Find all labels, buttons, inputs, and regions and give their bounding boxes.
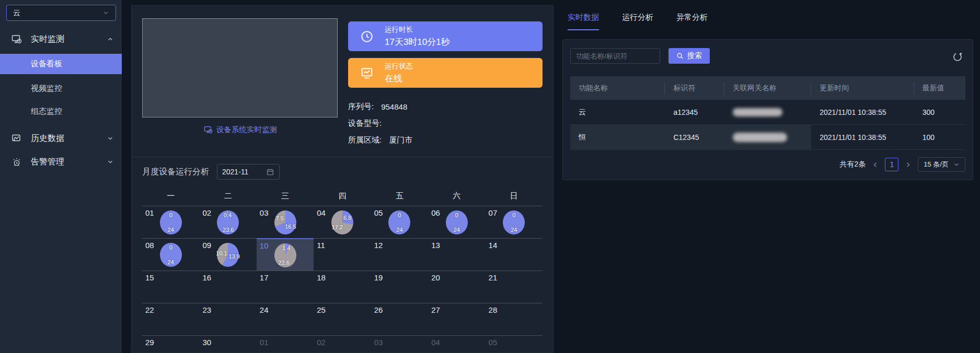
calendar-day-05[interactable]: 05240 — [371, 206, 428, 238]
calendar-day-22[interactable]: 22 — [142, 303, 199, 335]
calendar-day-07[interactable]: 07240 — [486, 206, 543, 238]
device-info: 序列号: 954848 设备型号: 所属区域: 厦门市 — [348, 98, 543, 148]
calendar-day-06[interactable]: 06240 — [428, 206, 485, 238]
day-runtime-pie: 240 — [388, 210, 410, 234]
day-number: 02 — [317, 338, 326, 347]
month-picker[interactable]: 2021-11 — [217, 164, 280, 180]
device-select[interactable]: 云 — [6, 5, 116, 21]
calendar-day-04[interactable]: 046.817.2 — [314, 206, 371, 238]
day-runtime-pie: 240 — [446, 210, 468, 234]
search-input[interactable] — [570, 48, 660, 64]
pie-value-label: 0 — [512, 212, 515, 218]
chevron-down-icon — [102, 9, 109, 16]
day-number: 16 — [202, 273, 211, 282]
calendar-day-30[interactable]: 30 — [199, 335, 256, 353]
refresh-icon — [952, 51, 963, 63]
calendar-day-03[interactable]: 0316.57.5 — [257, 206, 314, 238]
sidebar-item-label: 历史数据 — [31, 133, 107, 144]
tab-realtime-data[interactable]: 实时数据 — [568, 13, 599, 30]
weekday-label: 六 — [428, 191, 485, 206]
page-size-select[interactable]: 15 条/页 — [918, 157, 965, 172]
pie-value-label: 24 — [454, 227, 460, 233]
calendar-day-13[interactable]: 13 — [428, 238, 485, 270]
day-number: 11 — [317, 241, 325, 250]
calendar-day-23[interactable]: 23 — [199, 303, 256, 335]
day-runtime-pie: 23.60.4 — [217, 210, 239, 234]
day-number: 08 — [145, 241, 154, 250]
pie-value-label: 24 — [168, 227, 174, 233]
sidebar-item-alarm-management[interactable]: 告警管理 — [0, 152, 122, 171]
calendar-day-02[interactable]: 0223.60.4 — [199, 206, 256, 238]
calendar-day-21[interactable]: 21 — [486, 270, 543, 303]
app: 云 实时监测 设备看板 视频监控 组态监控 — [0, 0, 980, 353]
col-update-time: 更新时间 — [811, 82, 914, 95]
refresh-button[interactable] — [952, 51, 963, 63]
day-runtime-pie: 16.57.5 — [274, 210, 296, 234]
calendar-day-25[interactable]: 25 — [314, 303, 371, 335]
calendar-day-15[interactable]: 15 — [142, 270, 199, 303]
calendar-day-28[interactable]: 28 — [486, 303, 543, 335]
day-number: 03 — [260, 208, 269, 217]
search-button[interactable]: 搜索 — [668, 48, 710, 64]
region-label: 所属区域: — [348, 135, 382, 145]
calendar-day-29[interactable]: 29 — [142, 335, 199, 353]
calendar-day-09[interactable]: 0913.910.1 — [199, 238, 256, 270]
day-number: 30 — [202, 338, 211, 347]
pagination-total: 共有2条 — [840, 160, 866, 169]
tab-anomaly-analysis[interactable]: 异常分析 — [676, 13, 708, 30]
cell-function-name: 云 — [570, 100, 665, 124]
calendar-day-19[interactable]: 19 — [371, 270, 428, 303]
pie-value-label: 0 — [169, 244, 172, 251]
page-number[interactable]: 1 — [885, 158, 898, 171]
calendar-day-08[interactable]: 08240 — [142, 238, 199, 270]
day-number: 07 — [489, 208, 498, 217]
calendar-day-01-next-month[interactable]: 01 — [257, 335, 314, 353]
cell-update-time: 2021/11/01 10:38:55 — [811, 125, 914, 149]
calendar-day-27[interactable]: 27 — [428, 303, 485, 335]
day-number: 09 — [202, 241, 211, 250]
sidebar-item-realtime-monitoring[interactable]: 实时监测 — [0, 30, 122, 49]
calendar-day-18[interactable]: 18 — [314, 270, 371, 303]
calendar-day-05-next-month[interactable]: 05 — [486, 335, 543, 353]
page-size-value: 15 条/页 — [924, 160, 949, 169]
day-number: 02 — [202, 208, 211, 217]
sidebar: 云 实时监测 设备看板 视频监控 组态监控 — [0, 0, 122, 353]
calendar-day-02-next-month[interactable]: 02 — [314, 335, 371, 353]
cell-gateway-name — [724, 100, 811, 124]
calendar-day-20[interactable]: 20 — [428, 270, 485, 303]
device-system-monitor-link[interactable]: 设备系统实时监测 — [142, 125, 339, 135]
day-number: 28 — [489, 305, 498, 314]
calendar-day-03-next-month[interactable]: 03 — [371, 335, 428, 353]
calendar-day-26[interactable]: 26 — [371, 303, 428, 335]
weekday-label: 五 — [371, 191, 428, 206]
day-number: 01 — [260, 338, 269, 347]
history-chart-icon — [11, 133, 22, 144]
calendar-day-24[interactable]: 24 — [257, 303, 314, 335]
cell-latest-value: 300 — [914, 100, 965, 124]
sidebar-item-history-data[interactable]: 历史数据 — [0, 129, 122, 148]
col-function-name: 功能名称 — [570, 82, 665, 95]
day-runtime-pie: 1.422.6 — [274, 243, 296, 267]
calendar-day-16[interactable]: 16 — [199, 270, 256, 303]
calendar-day-12[interactable]: 12 — [371, 238, 428, 270]
calendar-day-10[interactable]: 101.422.6 — [257, 238, 314, 270]
calendar-day-01[interactable]: 01240 — [142, 206, 199, 238]
pie-value-label: 24 — [168, 259, 174, 265]
sidebar-item-device-board[interactable]: 设备看板 — [0, 54, 122, 74]
tab-operation-analysis[interactable]: 运行分析 — [622, 13, 653, 30]
next-page-button[interactable] — [905, 161, 912, 168]
calendar-day-14[interactable]: 14 — [486, 238, 543, 270]
day-number: 26 — [374, 305, 383, 314]
calendar-day-04-next-month[interactable]: 04 — [428, 335, 485, 353]
serial-value: 954848 — [381, 102, 407, 111]
calendar-day-17[interactable]: 17 — [257, 270, 314, 303]
day-number: 29 — [145, 338, 154, 347]
prev-page-button[interactable] — [872, 161, 879, 168]
sidebar-item-config-monitoring[interactable]: 组态监控 — [0, 101, 122, 122]
cell-latest-value: 100 — [914, 125, 965, 149]
serial-label: 序列号: — [348, 102, 374, 112]
device-select-value: 云 — [13, 8, 102, 18]
calendar-day-11[interactable]: 11 — [314, 238, 371, 270]
day-number: 12 — [374, 241, 383, 250]
sidebar-item-video-monitoring[interactable]: 视频监控 — [0, 78, 122, 99]
